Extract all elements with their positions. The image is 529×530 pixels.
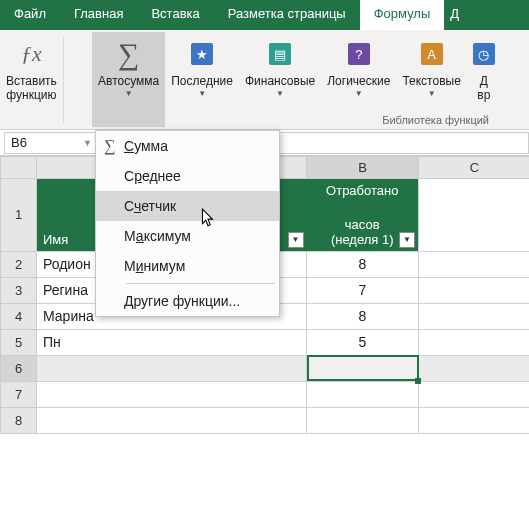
cell-A6[interactable] <box>37 355 307 381</box>
row-header-1[interactable]: 1 <box>1 179 37 252</box>
star-icon: ★ <box>191 43 213 65</box>
dropdown-item-min[interactable]: Минимум <box>96 251 279 281</box>
cell-C8[interactable] <box>419 407 530 433</box>
cell-B3[interactable]: 7 <box>307 277 419 303</box>
ribbon: ƒx Вставитьфункцию ∑ Автосумма ▼ ★ После… <box>0 30 529 130</box>
datetime-button-partial[interactable]: ◷ Двр <box>467 32 501 127</box>
cell-C7[interactable] <box>419 381 530 407</box>
cell-C6[interactable] <box>419 355 530 381</box>
row-header-7[interactable]: 7 <box>1 381 37 407</box>
cell-B6-selected[interactable] <box>307 355 419 381</box>
cell-C5[interactable] <box>419 329 530 355</box>
cell-C3[interactable] <box>419 277 530 303</box>
logical-button[interactable]: ? Логические ▼ <box>321 32 396 127</box>
sigma-icon: ∑ <box>104 137 115 155</box>
group-label-library: Библиотека функций <box>382 114 489 126</box>
coins-icon: ▤ <box>269 43 291 65</box>
dropdown-item-more[interactable]: Другие функции... <box>96 286 279 316</box>
name-box[interactable]: B6 ▼ <box>4 132 99 154</box>
clock-icon: ◷ <box>473 43 495 65</box>
cell-C2[interactable] <box>419 251 530 277</box>
chevron-down-icon: ▼ <box>276 89 284 98</box>
dropdown-item-count[interactable]: Счетчик <box>96 191 279 221</box>
row-header-4[interactable]: 4 <box>1 303 37 329</box>
recent-button[interactable]: ★ Последние ▼ <box>165 32 239 127</box>
tab-home[interactable]: Главная <box>60 0 137 30</box>
dropdown-separator <box>126 283 275 284</box>
col-header-B[interactable]: B <box>307 157 419 179</box>
cell-A7[interactable] <box>37 381 307 407</box>
filter-button[interactable]: ▼ <box>399 232 415 248</box>
select-all-corner[interactable] <box>1 157 37 179</box>
cell-B7[interactable] <box>307 381 419 407</box>
row-header-3[interactable]: 3 <box>1 277 37 303</box>
chevron-down-icon: ▼ <box>125 89 133 98</box>
fill-handle[interactable] <box>415 378 421 384</box>
text-button[interactable]: A Текстовые ▼ <box>396 32 466 127</box>
sigma-icon: ∑ <box>118 37 139 71</box>
chevron-down-icon: ▼ <box>83 138 92 148</box>
autosum-dropdown: ∑ Сумма Среднее Счетчик Максимум Минимум… <box>95 130 280 317</box>
tab-insert[interactable]: Вставка <box>137 0 213 30</box>
insert-function-button[interactable]: ƒx Вставитьфункцию <box>0 32 63 110</box>
dd-sum-rest: умма <box>134 138 168 154</box>
financial-button[interactable]: ▤ Финансовые ▼ <box>239 32 321 127</box>
dropdown-item-average[interactable]: Среднее <box>96 161 279 191</box>
cell-A5[interactable]: Пн <box>37 329 307 355</box>
chevron-down-icon: ▼ <box>355 89 363 98</box>
cell-B8[interactable] <box>307 407 419 433</box>
group-insert-function: ƒx Вставитьфункцию <box>0 30 63 129</box>
cell-B4[interactable]: 8 <box>307 303 419 329</box>
dropdown-item-sum[interactable]: ∑ Сумма <box>96 131 279 161</box>
ribbon-tabs: Файл Главная Вставка Разметка страницы Ф… <box>0 0 529 30</box>
dropdown-item-max[interactable]: Максимум <box>96 221 279 251</box>
col-header-C[interactable]: C <box>419 157 530 179</box>
cell-B2[interactable]: 8 <box>307 251 419 277</box>
row-header-6[interactable]: 6 <box>1 355 37 381</box>
cell-C4[interactable] <box>419 303 530 329</box>
row-header-5[interactable]: 5 <box>1 329 37 355</box>
row-header-2[interactable]: 2 <box>1 251 37 277</box>
group-function-library: ∑ Автосумма ▼ ★ Последние ▼ ▤ Финансовые… <box>64 30 529 129</box>
autosum-button[interactable]: ∑ Автосумма ▼ <box>92 32 165 127</box>
chevron-down-icon: ▼ <box>198 89 206 98</box>
table-header-hours: Отработано <box>307 179 419 213</box>
tab-data-partial[interactable]: Д <box>444 0 465 30</box>
question-icon: ? <box>348 43 370 65</box>
tab-file[interactable]: Файл <box>0 0 60 30</box>
chevron-down-icon: ▼ <box>428 89 436 98</box>
filter-button[interactable]: ▼ <box>288 232 304 248</box>
row-header-8[interactable]: 8 <box>1 407 37 433</box>
fx-icon: ƒx <box>21 41 42 67</box>
letter-a-icon: A <box>421 43 443 65</box>
cell-A8[interactable] <box>37 407 307 433</box>
tab-pagelayout[interactable]: Разметка страницы <box>214 0 360 30</box>
table-header-hours-sub: часов(неделя 1) ▼ <box>307 213 419 252</box>
cell-B5[interactable]: 5 <box>307 329 419 355</box>
tab-formulas[interactable]: Формулы <box>360 0 445 30</box>
